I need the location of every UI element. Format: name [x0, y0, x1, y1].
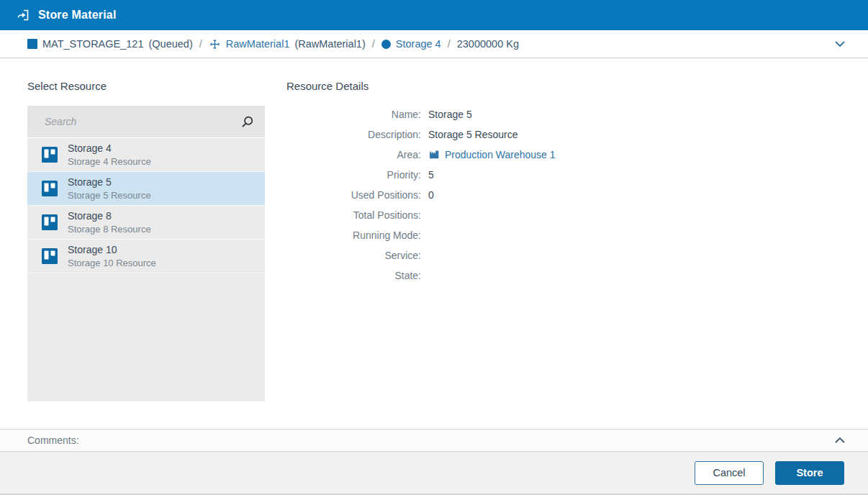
- breadcrumb-separator: /: [199, 38, 202, 50]
- list-item-subtitle: Storage 8 Resource: [68, 224, 151, 235]
- breadcrumb-container-status: (Queued): [149, 38, 193, 50]
- detail-label-priority: Priority:: [286, 168, 421, 189]
- list-item-text: Storage 10 Storage 10 Resource: [68, 244, 156, 269]
- factory-icon: [428, 148, 440, 160]
- list-item-storage-10[interactable]: Storage 10 Storage 10 Resource: [27, 240, 265, 273]
- store-button[interactable]: Store: [775, 461, 844, 485]
- resource-search-bar: [27, 106, 265, 137]
- detail-value-used-positions: 0: [428, 189, 556, 209]
- list-item-text: Storage 8 Storage 8 Resource: [68, 210, 151, 235]
- search-button[interactable]: [239, 114, 256, 130]
- material-cross-icon: [209, 38, 221, 50]
- resource-list: Storage 4 Storage 4 Resource Storage 5 S…: [27, 138, 265, 401]
- breadcrumb: MAT_STORAGE_121 (Queued) / RawMaterial1 …: [0, 30, 868, 58]
- search-input[interactable]: [45, 116, 239, 127]
- breadcrumb-item-resource[interactable]: Storage 4: [381, 38, 441, 50]
- resource-details: Name: Storage 5 Description: Storage 5 R…: [286, 108, 556, 289]
- storage-resource-icon: [41, 180, 58, 197]
- detail-label-description: Description:: [286, 128, 421, 148]
- area-link-text[interactable]: Production Warehouse 1: [445, 148, 556, 162]
- detail-value-description: Storage 5 Resource: [428, 128, 556, 148]
- list-item-storage-8[interactable]: Storage 8 Storage 8 Resource: [27, 206, 265, 240]
- list-item-title: Storage 5: [68, 176, 151, 188]
- detail-value-service: [428, 249, 556, 269]
- store-material-dialog: Store Material MAT_STORAGE_121 (Queued) …: [0, 0, 868, 495]
- list-item-text: Storage 5 Storage 5 Resource: [68, 176, 151, 201]
- breadcrumb-quantity: 23000000 Kg: [457, 38, 519, 50]
- comments-bar[interactable]: Comments:: [0, 429, 868, 452]
- storage-resource-icon: [41, 247, 58, 265]
- resource-circle-icon: [381, 40, 391, 49]
- detail-value-priority: 5: [428, 168, 556, 189]
- list-item-title: Storage 4: [68, 142, 151, 154]
- list-item-subtitle: Storage 5 Resource: [68, 190, 151, 201]
- list-item-title: Storage 8: [68, 210, 151, 222]
- detail-label-area: Area:: [286, 148, 421, 168]
- breadcrumb-item-material[interactable]: RawMaterial1 (RawMaterial1): [209, 38, 366, 50]
- list-item-storage-5[interactable]: Storage 5 Storage 5 Resource: [27, 172, 265, 206]
- titlebar: Store Material: [0, 0, 868, 30]
- breadcrumb-container-name: MAT_STORAGE_121: [42, 38, 144, 50]
- breadcrumb-material-suffix: (RawMaterial1): [294, 38, 365, 50]
- detail-label-total-positions: Total Positions:: [286, 209, 421, 229]
- list-item-storage-4[interactable]: Storage 4 Storage 4 Resource: [27, 138, 265, 172]
- storage-resource-icon: [41, 214, 58, 231]
- detail-label-used-positions: Used Positions:: [286, 189, 421, 209]
- list-item-subtitle: Storage 10 Resource: [68, 258, 156, 269]
- page-title: Store Material: [38, 9, 117, 22]
- list-item-title: Storage 10: [68, 244, 156, 255]
- comments-label: Comments:: [27, 435, 79, 446]
- list-item-subtitle: Storage 4 Resource: [68, 156, 151, 168]
- detail-label-state: State:: [286, 269, 421, 289]
- detail-value-state: [428, 269, 556, 289]
- detail-label-name: Name:: [286, 108, 421, 128]
- breadcrumb-item-quantity: 23000000 Kg: [457, 38, 519, 50]
- store-arrow-icon: [15, 7, 31, 23]
- detail-label-service: Service:: [286, 249, 421, 269]
- footer: Cancel Store: [0, 452, 868, 495]
- breadcrumb-expand-button[interactable]: [833, 40, 846, 48]
- search-icon: [240, 115, 254, 129]
- chevron-up-icon: [833, 436, 846, 445]
- storage-resource-icon: [41, 146, 58, 163]
- detail-value-area[interactable]: Production Warehouse 1: [428, 148, 556, 168]
- list-item-text: Storage 4 Storage 4 Resource: [68, 142, 151, 168]
- breadcrumb-separator: /: [372, 38, 375, 50]
- detail-value-running-mode: [428, 229, 556, 249]
- select-resource-heading: Select Resource: [27, 80, 107, 92]
- comments-collapse-button[interactable]: [833, 436, 846, 445]
- container-square-icon: [27, 39, 37, 49]
- resource-details-heading: Resource Details: [286, 80, 369, 92]
- cancel-button[interactable]: Cancel: [695, 461, 764, 485]
- detail-value-total-positions: [428, 209, 556, 229]
- detail-label-running-mode: Running Mode:: [286, 229, 421, 249]
- breadcrumb-material-name[interactable]: RawMaterial1: [226, 38, 290, 50]
- breadcrumb-resource-name[interactable]: Storage 4: [396, 38, 441, 50]
- breadcrumb-separator: /: [448, 38, 451, 50]
- breadcrumb-item-container[interactable]: MAT_STORAGE_121 (Queued): [27, 38, 193, 50]
- detail-value-name: Storage 5: [428, 108, 556, 128]
